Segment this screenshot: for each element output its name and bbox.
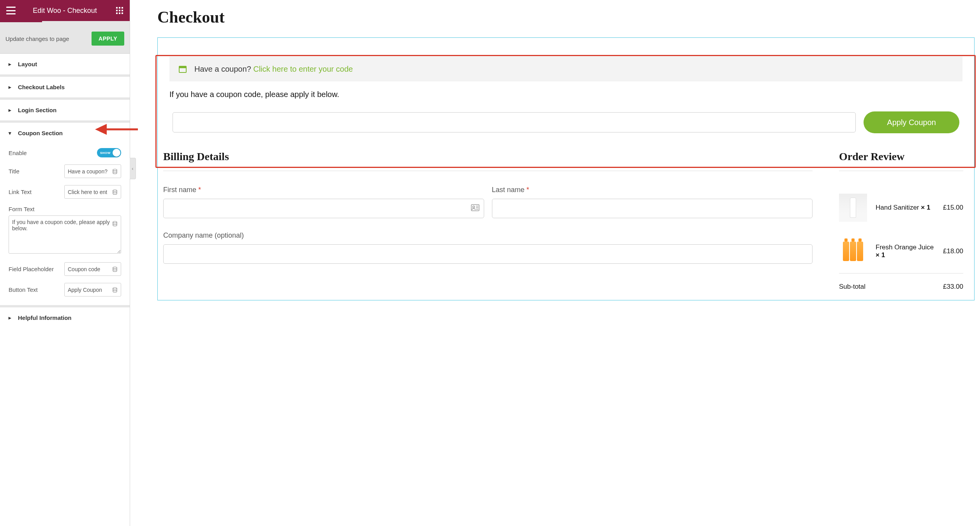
update-bar: Update changes to page APPLY: [0, 24, 130, 54]
accordion-coupon-section[interactable]: ▾ Coupon Section: [0, 123, 130, 143]
checkout-widget[interactable]: Have a coupon? Click here to enter your …: [157, 37, 975, 300]
svg-point-12: [113, 267, 117, 268]
menu-icon[interactable]: [6, 7, 16, 14]
svg-rect-7: [119, 12, 120, 14]
chevron-right-icon: ▸: [9, 61, 13, 67]
apply-button[interactable]: APPLY: [92, 32, 124, 46]
product-name: Fresh Orange Juice × 1: [876, 244, 934, 259]
subtotal-value: £33.00: [943, 283, 963, 291]
enable-label: Enable: [9, 150, 27, 156]
form-text-label: Form Text: [9, 206, 121, 212]
toggle-state: SHOW: [100, 151, 111, 155]
coupon-prompt: Have a coupon?: [194, 65, 253, 73]
dynamic-icon[interactable]: [112, 189, 118, 195]
accordion-label: Layout: [18, 61, 37, 67]
order-review-title: Order Review: [839, 150, 963, 171]
title-label: Title: [9, 168, 19, 175]
svg-point-11: [113, 221, 117, 223]
collapse-handle[interactable]: ‹: [130, 158, 136, 179]
product-name: Hand Sanitizer × 1: [876, 204, 934, 212]
tab-indicator: [0, 21, 130, 24]
chevron-right-icon: ▸: [9, 84, 13, 90]
product-price: £18.00: [943, 247, 963, 255]
accordion-helpful-info[interactable]: ▸ Helpful Information: [0, 307, 130, 328]
accordion-label: Helpful Information: [18, 314, 72, 321]
sidebar-title: Edit Woo - Checkout: [33, 7, 97, 15]
coupon-banner: Have a coupon? Click here to enter your …: [169, 56, 962, 81]
apps-grid-icon[interactable]: [116, 7, 123, 14]
chevron-right-icon: ▸: [9, 315, 13, 321]
page-title: Checkout: [157, 8, 975, 26]
update-text: Update changes to page: [5, 35, 69, 42]
svg-rect-15: [179, 66, 186, 68]
last-name-label: Last name *: [492, 186, 813, 194]
svg-point-13: [113, 288, 117, 289]
accordion-label: Coupon Section: [18, 130, 63, 136]
accordion-label: Login Section: [18, 107, 56, 113]
dynamic-icon[interactable]: [112, 169, 118, 174]
chevron-down-icon: ▾: [9, 130, 13, 136]
link-text-label: Link Text: [9, 189, 32, 195]
coupon-banner-text: Have a coupon? Click here to enter your …: [194, 65, 353, 74]
svg-rect-0: [116, 7, 118, 9]
subtotal-label: Sub-total: [839, 283, 865, 291]
svg-rect-6: [116, 12, 118, 14]
svg-point-9: [113, 169, 117, 171]
form-text-textarea[interactable]: If you have a coupon code, please apply …: [9, 215, 121, 254]
svg-rect-1: [119, 7, 120, 9]
svg-point-17: [472, 206, 474, 208]
svg-rect-8: [122, 12, 123, 14]
editor-sidebar: Edit Woo - Checkout Update changes to: [0, 0, 130, 526]
svg-rect-2: [122, 7, 123, 9]
accordion-login-section[interactable]: ▸ Login Section: [0, 100, 130, 120]
coupon-code-input[interactable]: [173, 112, 856, 132]
company-input[interactable]: [163, 244, 813, 264]
calendar-icon: [178, 64, 187, 74]
svg-rect-4: [119, 10, 120, 11]
coupon-reveal-link[interactable]: Click here to enter your code: [253, 65, 353, 73]
dynamic-icon[interactable]: [112, 221, 118, 226]
svg-point-10: [113, 190, 117, 191]
address-book-icon[interactable]: [471, 204, 479, 213]
product-thumbnail: [839, 237, 867, 265]
product-thumbnail: [839, 194, 867, 222]
enable-toggle[interactable]: SHOW: [97, 148, 121, 157]
order-item: Fresh Orange Juice × 1 £18.00: [839, 229, 963, 273]
coupon-instruction: If you have a coupon code, please apply …: [169, 90, 962, 99]
toggle-knob: [113, 149, 120, 157]
company-label: Company name (optional): [163, 231, 813, 240]
dynamic-icon[interactable]: [112, 267, 118, 272]
accordion-label: Checkout Labels: [18, 84, 65, 90]
chevron-right-icon: ▸: [9, 107, 13, 113]
billing-details: Billing Details First name *: [163, 143, 828, 300]
product-price: £15.00: [943, 204, 963, 212]
billing-title: Billing Details: [163, 150, 813, 171]
svg-rect-5: [122, 10, 123, 11]
preview-pane: ‹ Checkout: [130, 0, 980, 526]
first-name-input[interactable]: [163, 199, 484, 218]
accordion-checkout-labels[interactable]: ▸ Checkout Labels: [0, 77, 130, 97]
dynamic-icon[interactable]: [112, 287, 118, 293]
placeholder-label: Field Placeholder: [9, 266, 54, 272]
svg-rect-3: [116, 10, 118, 11]
coupon-panel: Enable SHOW Title: [0, 143, 130, 305]
sidebar-header: Edit Woo - Checkout: [0, 0, 130, 21]
order-review: Order Review Hand Sanitizer × 1 £15.00: [828, 143, 974, 300]
order-item: Hand Sanitizer × 1 £15.00: [839, 186, 963, 229]
first-name-label: First name *: [163, 186, 484, 194]
apply-coupon-button[interactable]: Apply Coupon: [864, 111, 959, 133]
last-name-input[interactable]: [492, 199, 813, 218]
button-text-label: Button Text: [9, 286, 38, 293]
accordion-layout[interactable]: ▸ Layout: [0, 54, 130, 74]
